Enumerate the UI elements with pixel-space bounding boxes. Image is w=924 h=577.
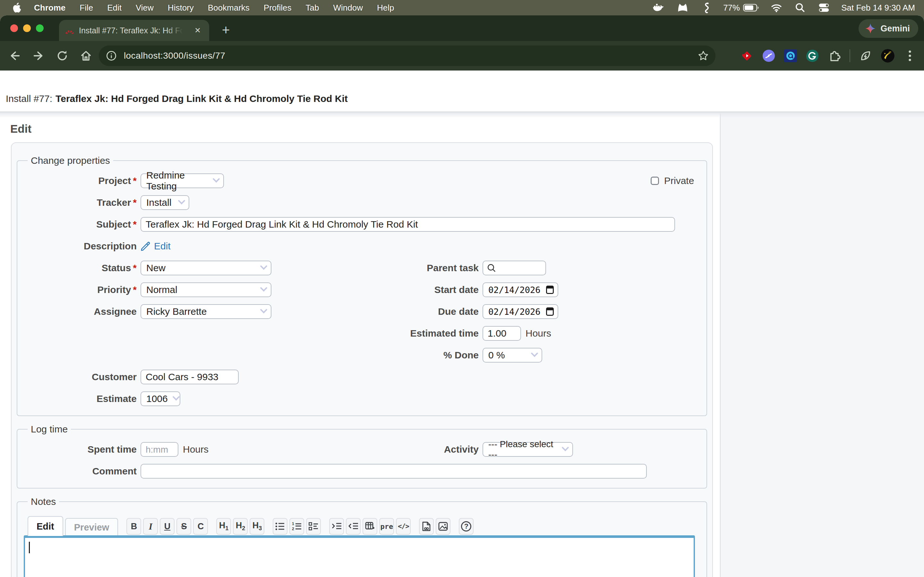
help-button[interactable]: ? [459,518,473,535]
estimated-time-input[interactable] [483,326,521,341]
menu-tab[interactable]: Tab [306,3,319,13]
tracker-select[interactable]: Install [141,195,189,210]
indent-button[interactable] [329,518,344,535]
apple-menu-icon[interactable] [13,3,21,13]
svg-text:2: 2 [292,527,294,530]
menubar-clock[interactable]: Sat Feb 14 9:30 AM [841,3,915,13]
preformatted-button[interactable]: pre [379,518,394,535]
customer-input[interactable] [141,370,239,384]
priority-select[interactable]: Normal [141,282,271,297]
underline-button[interactable]: U [160,518,174,535]
docker-icon[interactable] [652,1,665,14]
back-button[interactable] [8,49,21,62]
battery-saver-leaf-icon[interactable] [859,49,872,62]
home-button[interactable] [79,49,92,62]
start-date-value: 02/14/2026 [488,285,541,295]
project-select[interactable]: Redmine Testing [141,173,224,188]
done-select[interactable]: 0 % [483,348,542,363]
bullet-list-button[interactable] [273,518,288,535]
address-bar[interactable]: localhost:3000/issues/77 [99,45,716,66]
menu-bookmarks[interactable]: Bookmarks [208,3,250,13]
extension-red-diamond-icon[interactable] [740,49,753,62]
assignee-select[interactable]: Ricky Barrette [141,304,271,319]
numbered-list-button[interactable]: 12 [289,518,304,535]
notes-textarea[interactable] [24,535,695,577]
toolbar-divider [850,49,850,62]
strikethrough-button[interactable]: S [176,518,191,535]
menu-chrome[interactable]: Chrome [34,3,65,13]
browser-menu-dots-icon[interactable] [903,49,916,62]
tab-edit[interactable]: Edit [27,516,63,536]
comment-input[interactable] [141,464,647,479]
heading1-button[interactable]: H1 [216,518,231,535]
wifi-icon[interactable] [770,1,783,14]
italic-button[interactable]: I [143,518,158,535]
site-info-icon[interactable] [105,49,118,63]
spent-time-input[interactable] [141,442,178,457]
activity-select[interactable]: --- Please select --- [483,442,573,457]
insert-image-button[interactable] [436,518,451,535]
tracker-label: Tracker [97,197,131,208]
pencil-icon [141,242,150,251]
done-value: 0 % [488,350,505,361]
menu-window[interactable]: Window [333,3,363,13]
menu-help[interactable]: Help [377,3,394,13]
issue-edit-form: Change properties Project* Redmine Testi… [11,142,713,577]
attach-file-button[interactable] [419,518,434,535]
menu-file[interactable]: File [79,3,93,13]
reload-button[interactable] [56,49,69,62]
forward-button[interactable] [32,49,45,62]
close-window-button[interactable] [10,24,18,32]
outdent-button[interactable] [346,518,360,535]
extension-grammarly-icon[interactable] [806,49,819,62]
gemini-label: Gemini [880,24,910,34]
extension-purple-circle-icon[interactable] [762,49,775,62]
table-button[interactable] [363,518,377,535]
image-icon [438,522,448,531]
menu-view[interactable]: View [136,3,153,13]
chevron-down-icon [260,306,268,314]
status-select[interactable]: New [141,261,271,276]
issue-header: Install #77: Teraflex Jk: Hd Forged Drag… [0,86,924,112]
squiggle-status-icon[interactable] [699,1,712,14]
new-tab-button[interactable]: + [216,21,236,40]
calendar-icon[interactable] [546,308,554,316]
gemini-button[interactable]: Gemini [859,19,918,38]
tab-title: Install #77: Teraflex Jk: Hd Fo [79,26,183,35]
menu-profiles[interactable]: Profiles [264,3,292,13]
notes-toolbar: Edit Preview B I U S C H1 H2 H3 [27,516,701,536]
chevron-down-icon [178,197,186,205]
heading3-button[interactable]: H3 [250,518,264,535]
copy-button[interactable]: C [193,518,208,535]
description-edit-link[interactable]: Edit [141,241,171,251]
task-list-button[interactable] [306,518,321,535]
parent-task-input[interactable] [483,261,546,276]
tab-strip: Install #77: Teraflex Jk: Hd Fo ✕ + Gemi… [0,15,924,41]
chevron-down-icon [213,175,220,183]
menu-edit[interactable]: Edit [107,3,121,13]
due-date-input[interactable]: 02/14/2026 [483,304,558,319]
fox-status-icon[interactable] [676,1,688,14]
heading2-button[interactable]: H2 [233,518,248,535]
extensions-puzzle-icon[interactable] [828,49,841,62]
extension-password-lock-icon[interactable] [784,49,797,62]
minimize-window-button[interactable] [23,24,31,32]
tab-close-icon[interactable]: ✕ [192,25,204,36]
browser-tab[interactable]: Install #77: Teraflex Jk: Hd Fo ✕ [59,20,209,41]
battery-status[interactable]: 77% [723,3,759,13]
tab-preview[interactable]: Preview [65,518,118,536]
spotlight-search-icon[interactable] [794,1,806,14]
bold-button[interactable]: B [126,518,141,535]
private-checkbox[interactable] [651,177,659,185]
code-button[interactable]: </> [396,518,411,535]
bookmark-star-icon[interactable] [698,50,709,61]
start-date-input[interactable]: 02/14/2026 [483,282,558,297]
control-center-icon[interactable] [817,1,830,14]
estimate-select[interactable]: 1006 [141,392,180,406]
subject-input[interactable] [141,217,675,232]
issue-title: Teraflex Jk: Hd Forged Drag Link Kit & H… [55,93,348,104]
profile-avatar[interactable] [881,49,895,63]
menu-history[interactable]: History [168,3,194,13]
calendar-icon[interactable] [546,285,554,294]
maximize-window-button[interactable] [36,24,44,32]
